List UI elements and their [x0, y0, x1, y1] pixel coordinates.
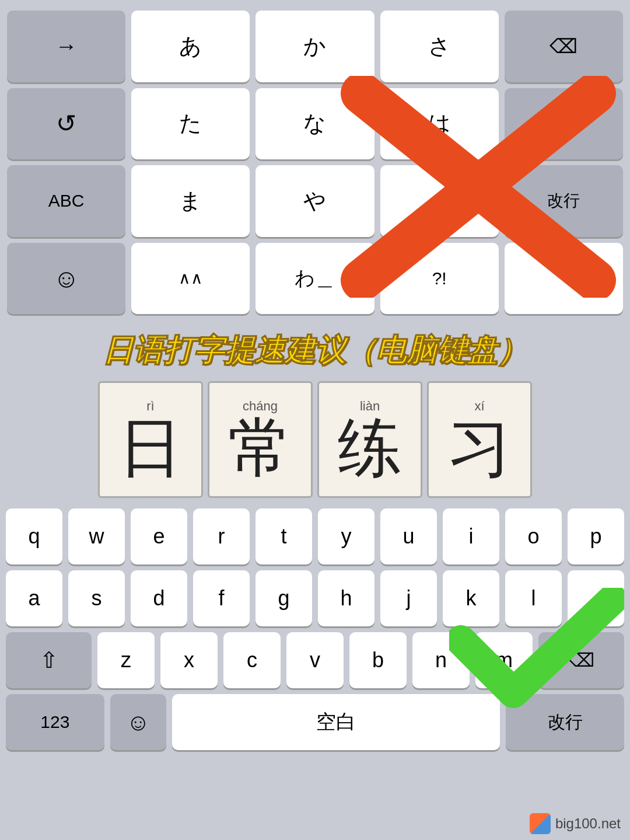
key-w[interactable]: w [68, 508, 125, 564]
char-card-chang: cháng 常 [208, 381, 313, 498]
char-lian: 练 [338, 416, 402, 480]
watermark-logo-icon [530, 813, 551, 834]
key-q[interactable]: q [6, 508, 62, 564]
japanese-keyboard-section: → あ か さ ⌫ ↺ た な は 空白 ABC ま や 改行 ☺ ∧∧ わ＿ … [0, 0, 630, 327]
key-space-top[interactable]: 空白 [505, 88, 623, 160]
key-sa[interactable]: さ [380, 11, 499, 82]
key-r[interactable]: r [193, 508, 250, 564]
chars-banner: rì 日 cháng 常 liàn 练 xí 习 [0, 374, 630, 503]
char-xi: 习 [447, 416, 512, 480]
qwerty-row-1: q w e r t y u i o p [6, 508, 624, 564]
key-s[interactable]: s [68, 570, 125, 626]
key-i[interactable]: i [443, 508, 499, 564]
qwerty-row-2: a s d f g h j k l _ [6, 570, 624, 626]
key-backspace[interactable]: ⌫ [505, 11, 623, 82]
key-underscore[interactable]: _ [568, 570, 624, 626]
key-ka[interactable]: か [256, 11, 374, 82]
key-empty-4 [505, 243, 623, 315]
key-a-q[interactable]: a [6, 570, 62, 626]
key-t[interactable]: t [256, 508, 312, 564]
key-space-bottom[interactable]: 空白 [172, 694, 501, 750]
char-ri: 日 [118, 416, 183, 480]
key-g[interactable]: g [256, 570, 312, 626]
key-shift[interactable]: ⇧ [6, 632, 92, 688]
key-emoji-top[interactable]: ☺ [7, 243, 125, 315]
char-pinyin-xi: xí [474, 399, 484, 414]
qwerty-row-4: 123 ☺ 空白 改行 [6, 694, 624, 750]
key-ya[interactable]: や [256, 165, 374, 237]
key-emoji-bottom[interactable]: ☺ [110, 694, 166, 750]
key-u[interactable]: u [380, 508, 437, 564]
watermark: big100.net [530, 813, 621, 834]
key-h[interactable]: h [318, 570, 374, 626]
char-card-ri: rì 日 [98, 381, 203, 498]
key-y[interactable]: y [318, 508, 374, 564]
char-pinyin-lian: liàn [360, 399, 380, 414]
key-a[interactable]: あ [131, 11, 250, 82]
key-d[interactable]: d [131, 570, 187, 626]
key-backspace-bottom[interactable]: ⌫ [538, 632, 624, 688]
japanese-keyboard-grid: → あ か さ ⌫ ↺ た な は 空白 ABC ま や 改行 ☺ ∧∧ わ＿ … [7, 11, 623, 314]
key-arrow-right[interactable]: → [7, 11, 125, 82]
char-card-xi: xí 习 [427, 381, 532, 498]
key-123[interactable]: 123 [6, 694, 104, 750]
key-abc[interactable]: ABC [7, 165, 125, 237]
key-l[interactable]: l [505, 570, 562, 626]
key-p[interactable]: p [568, 508, 624, 564]
watermark-text: big100.net [555, 815, 621, 832]
key-ma[interactable]: ま [131, 165, 250, 237]
key-k[interactable]: k [443, 570, 499, 626]
key-o[interactable]: o [505, 508, 562, 564]
key-enter-top[interactable]: 改行 [505, 165, 623, 237]
qwerty-row-3: ⇧ z x c v b n m ⌫ [6, 632, 624, 688]
char-chang: 常 [228, 416, 292, 480]
key-e[interactable]: e [131, 508, 187, 564]
char-pinyin-ri: rì [146, 399, 154, 414]
key-v[interactable]: v [286, 632, 344, 688]
key-empty-3 [380, 165, 499, 237]
key-c[interactable]: c [223, 632, 281, 688]
key-caret[interactable]: ∧∧ [131, 243, 250, 315]
key-ha[interactable]: は [380, 88, 499, 160]
key-b[interactable]: b [349, 632, 407, 688]
key-punctuation[interactable]: ?! [380, 243, 499, 315]
qwerty-keyboard-section: q w e r t y u i o p a s d f g h j k l _ … [0, 503, 630, 763]
key-j[interactable]: j [380, 570, 437, 626]
key-m[interactable]: m [475, 632, 533, 688]
key-wa[interactable]: わ＿ [256, 243, 374, 315]
key-z[interactable]: z [97, 632, 155, 688]
banner-title: 日语打字提速建议（电脑键盘） [9, 332, 621, 370]
key-x[interactable]: x [160, 632, 218, 688]
key-na[interactable]: な [256, 88, 374, 160]
key-n[interactable]: n [412, 632, 470, 688]
char-card-lian: liàn 练 [317, 381, 422, 498]
key-f[interactable]: f [193, 570, 250, 626]
key-enter-bottom[interactable]: 改行 [506, 694, 624, 750]
key-ta[interactable]: た [131, 88, 250, 160]
char-pinyin-chang: cháng [243, 399, 278, 414]
key-undo[interactable]: ↺ [7, 88, 125, 160]
banner-section: 日语打字提速建议（电脑键盘） [0, 327, 630, 374]
